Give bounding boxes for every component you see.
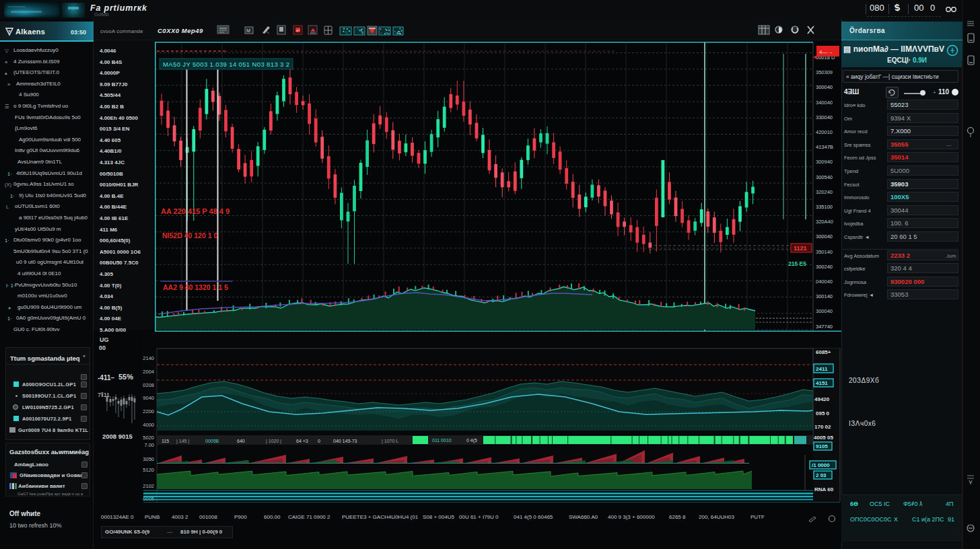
svg-text:2 03: 2 03 <box>816 472 827 478</box>
svg-text:347740: 347740 <box>816 324 833 330</box>
svg-text:AA2 9 40 1320 1 1 5: AA2 9 40 1320 1 1 5 <box>163 283 228 291</box>
svg-text:335100: 335100 <box>816 204 833 210</box>
svg-text:3050: 3050 <box>143 456 154 462</box>
svg-text:4151: 4151 <box>816 380 828 386</box>
svg-text:0005B: 0005B <box>205 439 219 443</box>
svg-text:7.00: 7.00 <box>144 442 154 448</box>
svg-text:300240: 300240 <box>816 264 833 270</box>
svg-text:↵: ↵ <box>296 28 300 33</box>
svg-text:| 1020 |: | 1020 | <box>266 439 281 444</box>
svg-text:300040: 300040 <box>816 233 833 240</box>
svg-text:2102: 2102 <box>143 483 154 489</box>
svg-text:6085+: 6085+ <box>816 349 831 355</box>
svg-text:170 02: 170 02 <box>814 424 831 430</box>
svg-text:320240: 320240 <box>816 189 833 195</box>
svg-text:420010: 420010 <box>816 129 833 135</box>
svg-text:300140: 300140 <box>816 293 833 299</box>
svg-text:2004: 2004 <box>143 369 154 375</box>
svg-text:5120: 5120 <box>143 467 154 473</box>
svg-text:| 1070 L: | 1070 L <box>382 439 398 444</box>
svg-text:320A40: 320A40 <box>816 219 833 225</box>
svg-text:300040: 300040 <box>816 84 833 90</box>
svg-text:64 +3: 64 +3 <box>296 439 308 443</box>
svg-text:640: 640 <box>237 439 245 443</box>
svg-text:300540: 300540 <box>816 174 833 180</box>
svg-text:0208: 0208 <box>143 382 154 388</box>
svg-text:49420: 49420 <box>814 396 830 402</box>
svg-text:300040: 300040 <box>816 308 833 314</box>
svg-text:M: M <box>246 28 250 33</box>
svg-text:215 E5: 215 E5 <box>788 260 806 267</box>
svg-text:115: 115 <box>162 439 169 443</box>
svg-text:040040: 040040 <box>816 279 833 285</box>
svg-text:095 0: 095 0 <box>816 410 830 416</box>
svg-text:330040: 330040 <box>816 114 833 120</box>
svg-text:4005 05: 4005 05 <box>814 435 833 441</box>
svg-text:4000: 4000 <box>143 422 154 428</box>
svg-text:| 145 |: | 145 | <box>176 439 189 444</box>
svg-text:0: 0 <box>318 439 320 443</box>
svg-text:350309: 350309 <box>816 69 833 75</box>
svg-text:350140: 350140 <box>816 249 833 255</box>
svg-text:300940: 300940 <box>816 159 833 165</box>
svg-text:2140: 2140 <box>143 355 154 361</box>
svg-text:0 4(5: 0 4(5 <box>466 438 477 443</box>
svg-text:5020: 5020 <box>143 435 154 441</box>
svg-text:1121: 1121 <box>794 245 807 252</box>
svg-text:9105: 9105 <box>816 443 828 449</box>
svg-text:040 145-73: 040 145-73 <box>333 439 357 443</box>
svg-text:MA50 JY 5003 1.039 14 051 N03: MA50 JY 5003 1.039 14 051 N03 813 3 2 <box>163 61 289 68</box>
svg-text:4—→: 4—→ <box>819 49 833 55</box>
svg-text:NI52D 40 120 1 0: NI52D 40 120 1 0 <box>162 231 217 240</box>
svg-text:011 0010: 011 0010 <box>432 438 452 443</box>
svg-text:9040: 9040 <box>143 395 154 401</box>
svg-text:2411: 2411 <box>816 366 828 372</box>
svg-text:/1 0000: /1 0000 <box>812 462 830 468</box>
svg-text:RNA 60: RNA 60 <box>814 486 834 492</box>
svg-text:AA 220 415 P 48 4 9: AA 220 415 P 48 4 9 <box>161 207 230 215</box>
svg-text:340040: 340040 <box>816 100 833 106</box>
svg-text:2200: 2200 <box>143 408 154 414</box>
svg-text:41347B: 41347B <box>816 144 833 150</box>
